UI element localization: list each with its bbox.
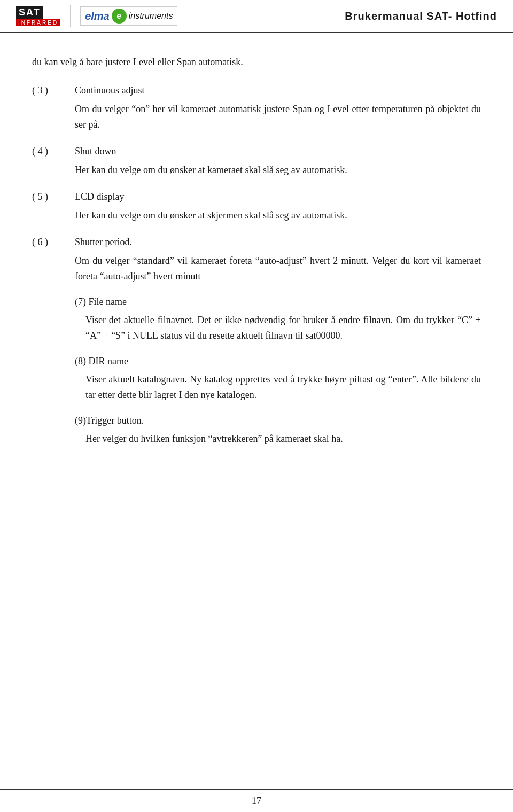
section-5-heading: ( 5 ) LCD display bbox=[32, 191, 481, 202]
section-6-body1: Om du velger “standard” vil kameraet for… bbox=[32, 253, 481, 285]
section-8-heading: (8) DIR name bbox=[75, 354, 481, 370]
sat-text: SAT bbox=[16, 6, 43, 19]
section-5: ( 5 ) LCD display Her kan du velge om du… bbox=[32, 191, 481, 224]
section-4-heading: ( 4 ) Shut down bbox=[32, 146, 481, 157]
section-4: ( 4 ) Shut down Her kan du velge om du ø… bbox=[32, 146, 481, 178]
page-number: 17 bbox=[252, 795, 261, 807]
section-9-body: Her velger du hvilken funksjon “avtrekke… bbox=[75, 431, 481, 447]
section-7-body: Viser det aktuelle filnavnet. Det er ikk… bbox=[75, 313, 481, 344]
section-5-number: ( 5 ) bbox=[32, 191, 64, 202]
section-4-title: Shut down bbox=[75, 146, 116, 157]
main-content: du kan velg å bare justere Level eller S… bbox=[0, 33, 513, 789]
section-3: ( 3 ) Continuous adjust Om du velger “on… bbox=[32, 85, 481, 133]
elma-e-icon: e bbox=[112, 9, 127, 24]
section-3-heading: ( 3 ) Continuous adjust bbox=[32, 85, 481, 96]
section-8-body: Viser aktuelt katalognavn. Ny katalog op… bbox=[75, 372, 481, 403]
elma-instruments-logo: elma e instruments bbox=[80, 6, 177, 26]
section-9-heading: (9)Trigger button. bbox=[75, 413, 481, 429]
section-6-title: Shutter period. bbox=[75, 237, 132, 248]
section-6-heading: ( 6 ) Shutter period. bbox=[32, 237, 481, 248]
instruments-text: instruments bbox=[129, 11, 173, 21]
elma-text: elma bbox=[85, 10, 110, 22]
section-6-number: ( 6 ) bbox=[32, 237, 64, 248]
section-5-title: LCD display bbox=[75, 191, 125, 202]
footer: 17 bbox=[0, 789, 513, 812]
sat-infrared-logo: SAT INFRARED bbox=[16, 6, 60, 26]
page-container: SAT INFRARED elma e instruments Brukerma… bbox=[0, 0, 513, 812]
section-3-title: Continuous adjust bbox=[75, 85, 145, 96]
header-logos: SAT INFRARED elma e instruments bbox=[16, 5, 177, 27]
section-6: ( 6 ) Shutter period. Om du velger “stan… bbox=[32, 237, 481, 447]
header: SAT INFRARED elma e instruments Brukerma… bbox=[0, 0, 513, 33]
section-5-body: Her kan du velge om du ønsker at skjerme… bbox=[32, 208, 481, 224]
section-3-number: ( 3 ) bbox=[32, 85, 64, 96]
intro-text: du kan velg å bare justere Level eller S… bbox=[32, 54, 481, 70]
section-7-heading: (7) File name bbox=[75, 294, 481, 310]
section-4-number: ( 4 ) bbox=[32, 146, 64, 157]
header-title: Brukermanual SAT- Hotfind bbox=[345, 10, 497, 22]
section-4-body: Her kan du velge om du ønsker at kamerae… bbox=[32, 162, 481, 178]
section-3-body: Om du velger “on” her vil kameraet autom… bbox=[32, 102, 481, 133]
infrared-text: INFRARED bbox=[16, 19, 60, 26]
